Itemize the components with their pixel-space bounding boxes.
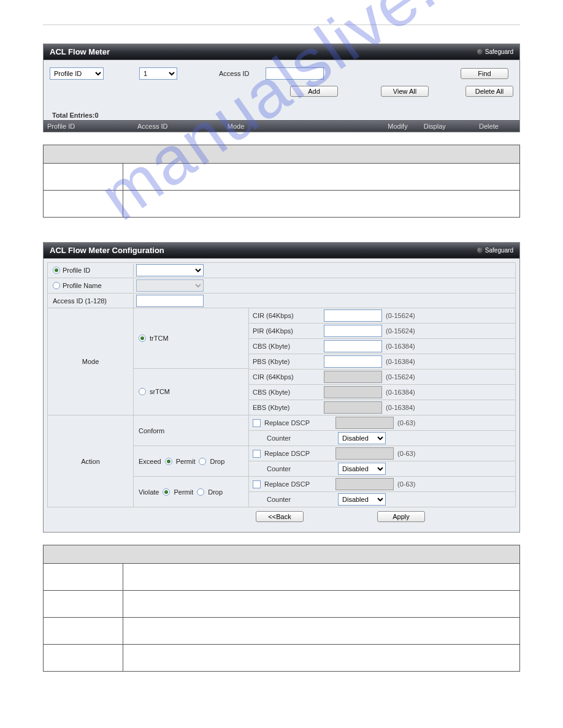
exceed-dscp-range: (0-63) (397, 450, 415, 457)
exceed-drop-radio[interactable] (199, 458, 206, 465)
cbs2-range: (0-16384) (386, 389, 415, 396)
violate-dscp-label: Replace DSCP (264, 480, 332, 488)
conform-counter-label: Counter (267, 434, 334, 442)
cir-range: (0-15624) (386, 312, 415, 319)
profile-id-type-select[interactable]: Profile ID (50, 67, 104, 80)
panel2-header: ACL Flow Meter Configuration Safeguard (44, 243, 519, 259)
access-id-label: Access ID (219, 70, 250, 77)
conform-dscp-input (335, 417, 394, 429)
conform-dscp-label: Replace DSCP (264, 419, 332, 427)
exceed-counter-select[interactable]: Disabled (338, 463, 386, 475)
violate-counter-label: Counter (267, 496, 334, 503)
violate-label: Violate (139, 488, 159, 496)
ebs-range: (0-16384) (386, 404, 415, 411)
top-divider (43, 25, 520, 25)
pir-label: PIR (64Kbps) (253, 327, 320, 335)
cir2-range: (0-15624) (386, 373, 415, 381)
panel2-title: ACL Flow Meter Configuration (50, 246, 164, 255)
results-header-row: Profile ID Access ID Mode Modify Display… (44, 120, 519, 132)
desc2-r3c2 (123, 618, 520, 645)
mode-grid: Mode trTCM srTCM CIR (64Kbps)(0-15624) P… (47, 308, 516, 415)
back-button[interactable]: <<Back (256, 511, 304, 522)
pbs-input[interactable] (324, 355, 382, 368)
desc2-header (44, 545, 520, 564)
cbs-label: CBS (Kbyte) (253, 343, 320, 350)
access-id-input[interactable] (266, 67, 324, 80)
safeguard-label: Safeguard (485, 48, 513, 55)
conform-dscp-checkbox[interactable] (253, 419, 261, 427)
violate-permit-radio[interactable] (163, 488, 170, 496)
srtcm-label: srTCM (150, 388, 170, 395)
cir2-input (324, 371, 382, 383)
safeguard-label-2: Safeguard (485, 247, 513, 254)
desc2-r2c2 (123, 591, 520, 618)
trtcm-radio[interactable] (139, 335, 146, 342)
conform-label: Conform (139, 427, 164, 434)
cir-input[interactable] (324, 309, 382, 322)
exceed-dscp-label: Replace DSCP (264, 450, 332, 457)
desc1-r1c2 (123, 164, 520, 191)
access-id-cfg-label: Access ID (1-128) (53, 297, 107, 305)
apply-button[interactable]: Apply (377, 511, 425, 522)
desc1-header (44, 145, 520, 164)
profile-id-value-select[interactable]: 1 (139, 67, 177, 80)
cir2-label: CIR (64Kbps) (253, 373, 320, 381)
safeguard-badge-2: Safeguard (477, 247, 513, 254)
exceed-label: Exceed (139, 458, 161, 465)
description-table-1 (43, 145, 520, 218)
desc1-r1c1 (44, 164, 123, 191)
desc2-r1c1 (44, 564, 123, 591)
cir-label: CIR (64Kbps) (253, 312, 320, 319)
access-id-cfg-input[interactable] (136, 295, 204, 307)
col-display: Display (408, 123, 462, 130)
cbs2-label: CBS (Kbyte) (253, 389, 320, 396)
find-button[interactable]: Find (461, 68, 508, 79)
panel1-title: ACL Flow Meter (50, 47, 110, 56)
violate-dscp-checkbox[interactable] (253, 480, 261, 488)
exceed-dscp-checkbox[interactable] (253, 450, 261, 458)
col-modify: Modify (318, 123, 408, 130)
col-profile-id: Profile ID (47, 123, 137, 130)
profile-name-radio[interactable] (53, 282, 60, 289)
desc2-r4c2 (123, 645, 520, 672)
action-label: Action (81, 458, 100, 465)
exceed-counter-label: Counter (267, 465, 334, 472)
violate-counter-select[interactable]: Disabled (338, 493, 386, 506)
ebs-input (324, 401, 382, 414)
violate-drop-label: Drop (208, 488, 223, 496)
violate-dscp-input (335, 478, 394, 490)
violate-permit-label: Permit (174, 488, 193, 496)
violate-drop-radio[interactable] (197, 488, 204, 496)
profile-id-radio-label: Profile ID (63, 267, 90, 274)
desc2-r1c2 (123, 564, 520, 591)
acl-flow-meter-panel: ACL Flow Meter Safeguard Profile ID 1 Ac… (43, 44, 520, 132)
cbs2-input (324, 386, 382, 398)
delete-all-button[interactable]: Delete All (465, 86, 513, 97)
action-grid: Action Conform Exceed Permit Drop Violat… (47, 415, 516, 507)
violate-dscp-range: (0-63) (397, 480, 415, 488)
cbs-input[interactable] (324, 340, 382, 352)
ebs-label: EBS (Kbyte) (253, 404, 320, 411)
profile-id-radio[interactable] (53, 267, 60, 274)
view-all-button[interactable]: View All (381, 86, 429, 97)
exceed-permit-radio[interactable] (165, 458, 172, 465)
exceed-dscp-input (335, 447, 394, 460)
exceed-drop-label: Drop (210, 458, 224, 465)
desc1-r2c2 (123, 191, 520, 218)
col-delete: Delete (462, 123, 516, 130)
trtcm-label: trTCM (150, 335, 169, 342)
desc2-r2c1 (44, 591, 123, 618)
profile-id-select[interactable] (136, 264, 204, 276)
exceed-permit-label: Permit (176, 458, 196, 465)
add-button[interactable]: Add (290, 86, 338, 97)
srtcm-radio[interactable] (139, 388, 146, 395)
pir-input[interactable] (324, 325, 382, 337)
conform-dscp-range: (0-63) (397, 419, 415, 427)
desc2-r4c1 (44, 645, 123, 672)
safeguard-dot-icon (477, 49, 483, 55)
profile-name-radio-label: Profile Name (63, 282, 102, 289)
description-table-2 (43, 545, 520, 672)
conform-counter-select[interactable]: Disabled (338, 432, 386, 444)
pbs-label: PBS (Kbyte) (253, 358, 320, 365)
desc2-r3c1 (44, 618, 123, 645)
